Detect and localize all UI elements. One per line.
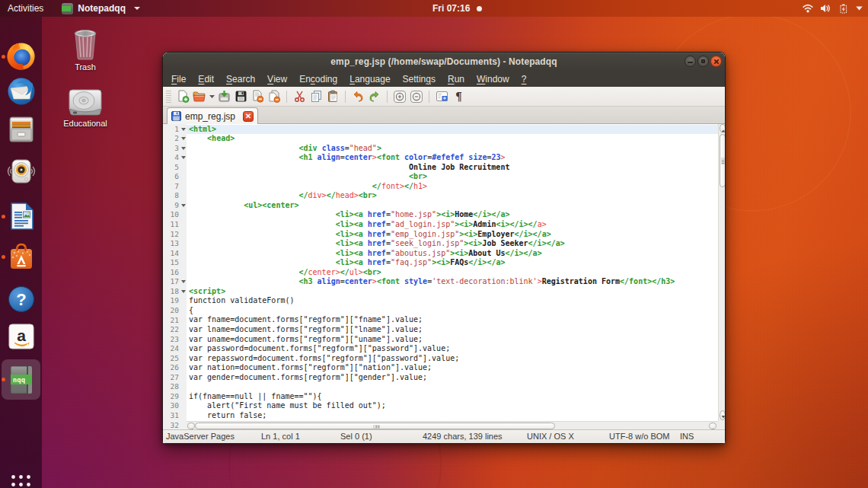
volume-icon (820, 4, 831, 13)
status-stats: 4249 chars, 139 lines (423, 432, 503, 441)
menu-help[interactable]: ? (515, 71, 533, 87)
save-button[interactable] (215, 88, 232, 105)
dock-item-software[interactable] (7, 242, 36, 271)
activities-button[interactable]: Activities (0, 0, 51, 17)
software-icon (7, 242, 36, 271)
fold-marker-icon[interactable] (181, 137, 186, 140)
open-file-button[interactable] (191, 88, 208, 105)
toolbar-separator (429, 91, 429, 103)
tab-close-button[interactable]: ✕ (243, 111, 254, 122)
scroll-left-button[interactable] (187, 423, 195, 429)
close-document-button[interactable] (249, 88, 266, 105)
menu-file[interactable]: File (165, 71, 192, 87)
code-token: <h3 (299, 277, 313, 285)
menu-settings[interactable]: Settings (397, 71, 442, 87)
dock-item-thunderbird[interactable] (7, 77, 36, 106)
scroll-right-button[interactable] (709, 423, 716, 429)
open-file-icon (193, 90, 206, 103)
vertical-scrollbar[interactable] (718, 124, 725, 421)
copy-button[interactable] (308, 88, 324, 105)
code-token (189, 258, 336, 266)
window-titlebar[interactable]: emp_reg.jsp (/home/swap/Documents) - Not… (163, 53, 725, 71)
redo-button[interactable] (366, 88, 383, 105)
dock-item-files[interactable] (7, 115, 36, 144)
desktop-icon-trash[interactable]: Trash (65, 27, 105, 72)
scroll-up-button[interactable] (720, 124, 726, 132)
menu-mnemonic: R (448, 74, 455, 85)
show-symbols-button[interactable] (433, 88, 450, 105)
menu-edit[interactable]: Edit (192, 71, 220, 87)
code-token: ><i> (459, 230, 477, 238)
activities-label: Activities (8, 3, 43, 14)
line-number-gutter: 1234567891011121314151617181920212223242… (163, 124, 187, 429)
minimize-button[interactable] (685, 56, 696, 67)
code-token: <h1 (299, 153, 313, 161)
code-token: return false; (189, 411, 266, 419)
fold-marker-icon[interactable] (181, 128, 186, 131)
line-number: 14 (171, 249, 179, 259)
code-token: <font (377, 153, 400, 161)
cut-button[interactable] (291, 88, 308, 105)
horizontal-scroll-thumb[interactable] (195, 423, 555, 429)
fold-marker-icon[interactable] (181, 280, 186, 283)
dock-item-rhythmbox[interactable] (7, 157, 36, 186)
menu-search[interactable]: Search (220, 71, 261, 87)
gutter-row: 1 (163, 125, 187, 135)
code-token (189, 163, 409, 171)
show-paragraph-button[interactable]: ¶ (450, 88, 467, 105)
save-all-button[interactable] (232, 88, 249, 105)
code-line-11: <li><a href="ad_login.jsp"><i>Admin<i></… (189, 220, 675, 230)
desktop-icon-educational[interactable]: Educational (62, 89, 109, 128)
dock-item-amazon[interactable]: a (7, 322, 36, 351)
paste-button[interactable] (324, 88, 341, 105)
close-button[interactable] (710, 56, 722, 67)
code-token: href (368, 230, 386, 238)
menu-language[interactable]: Language (343, 71, 396, 87)
zoom-in-button[interactable] (391, 88, 408, 105)
menu-mnemonic: L (349, 74, 355, 85)
appmenu-button[interactable]: Notepadqq (62, 3, 140, 14)
line-number: 12 (171, 230, 179, 240)
menu-encoding[interactable]: Encoding (293, 71, 343, 87)
code-token (189, 153, 299, 161)
fold-marker-icon[interactable] (181, 290, 186, 293)
line-number: 30 (171, 401, 179, 411)
system-status-menu[interactable] (803, 0, 863, 17)
show-applications-button[interactable] (7, 470, 35, 488)
code-token: <br> (359, 191, 377, 199)
maximize-button[interactable] (697, 56, 709, 67)
dock-item-help[interactable]: ? (7, 285, 36, 314)
new-file-button[interactable] (174, 88, 191, 105)
code-token: <script> (189, 287, 225, 295)
gutter-row: 24 (163, 344, 187, 354)
menu-mnemonic: S (226, 74, 232, 85)
close-all-button[interactable] (266, 88, 282, 105)
fold-marker-icon[interactable] (181, 156, 186, 159)
vertical-scroll-thumb[interactable] (720, 134, 726, 187)
code-token: href (368, 210, 386, 218)
toolbar-grip[interactable] (166, 91, 171, 103)
line-number: 29 (171, 392, 179, 402)
status-eol: UNIX / OS X (527, 432, 574, 441)
scroll-down-button[interactable] (720, 410, 726, 420)
dock-item-writer[interactable] (7, 202, 36, 231)
code-token: </ (372, 182, 381, 190)
menu-label-part: ile (177, 74, 186, 85)
undo-button[interactable] (349, 88, 366, 105)
open-caret-button[interactable] (208, 88, 215, 105)
code-token: "faq.jsp" (391, 258, 432, 266)
zoom-out-button[interactable] (408, 88, 425, 105)
dock-item-notepadqq[interactable]: nqq (7, 365, 36, 394)
fold-marker-icon[interactable] (181, 204, 186, 207)
fold-marker-icon[interactable] (181, 147, 186, 150)
clock-menu[interactable]: Fri 07:16 (432, 0, 482, 17)
code-token: </ (528, 220, 538, 228)
tab-emp-reg-jsp[interactable]: emp_reg.jsp ✕ (167, 107, 258, 124)
menu-run[interactable]: Run (442, 71, 471, 87)
horizontal-scrollbar[interactable] (187, 421, 718, 429)
dock-item-firefox[interactable] (7, 42, 36, 71)
menu-window[interactable]: Window (471, 71, 515, 87)
gutter-row: 11 (163, 220, 187, 230)
menu-view[interactable]: View (261, 71, 293, 87)
editor-area[interactable]: 1234567891011121314151617181920212223242… (163, 124, 725, 429)
